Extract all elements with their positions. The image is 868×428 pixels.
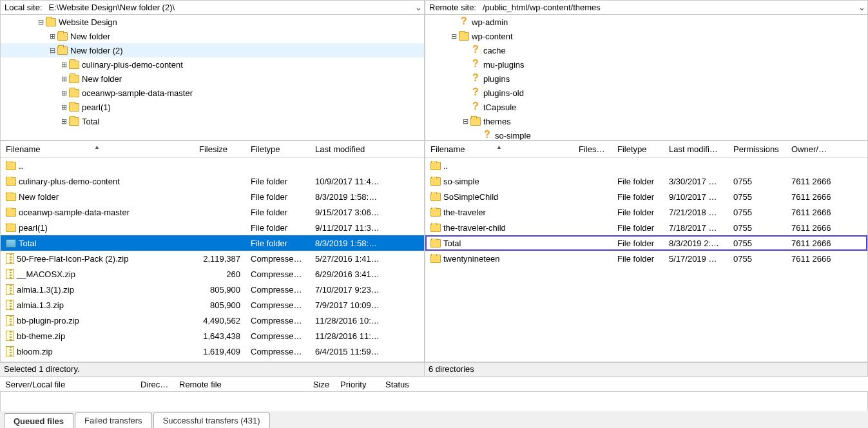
expander-icon[interactable]: ⊞ <box>59 75 69 83</box>
file-name: New folder <box>19 192 59 202</box>
remote-path-dropdown[interactable]: ⌄ <box>856 3 867 12</box>
tree-item[interactable]: ⊞New folder <box>1 72 424 86</box>
qcol-remotefile[interactable]: Remote file <box>174 380 303 389</box>
tree-item-label: themes <box>483 117 511 126</box>
list-item[interactable]: twentynineteenFile folder5/17/2019 …0755… <box>425 251 867 266</box>
file-name: Total <box>443 238 461 248</box>
tree-item[interactable]: ?tCapsule <box>425 100 867 114</box>
file-name: almia.1.3.zip <box>17 300 64 310</box>
local-path-input[interactable] <box>46 1 412 14</box>
qcol-direction[interactable]: Direc… <box>135 380 174 389</box>
expander-icon[interactable]: ⊞ <box>59 61 69 69</box>
list-item[interactable]: pearl(1)File folder9/11/2017 11:3… <box>1 220 424 235</box>
zip-icon <box>6 346 14 356</box>
list-item[interactable]: TotalFile folder8/3/2019 1:58:… <box>1 235 424 251</box>
col-owner[interactable]: Owner/G… <box>786 144 838 154</box>
file-permissions: 0755 <box>728 238 786 248</box>
list-item[interactable]: almia.1.3(1).zip805,900Compresse…7/10/20… <box>1 282 424 297</box>
list-item[interactable]: SoSimpleChildFile folder9/10/2017 …07557… <box>425 189 867 204</box>
file-name: Total <box>19 238 36 248</box>
local-path-dropdown[interactable]: ⌄ <box>412 3 424 12</box>
file-size: 1,619,409 <box>194 347 246 356</box>
col-filetype[interactable]: Filetype <box>246 144 310 154</box>
expander-icon[interactable]: ⊞ <box>59 117 69 126</box>
tree-item[interactable]: ?plugins-old <box>425 86 867 100</box>
tree-item[interactable]: ⊞New folder <box>1 29 424 43</box>
col-lastmod[interactable]: Last modified <box>310 144 400 154</box>
list-item[interactable]: TotalFile folder8/3/2019 2:…07557611 266… <box>425 235 867 251</box>
list-item[interactable]: 50-Free-Flat-Icon-Pack (2).zip2,119,387C… <box>1 251 424 266</box>
tree-item[interactable]: ⊟themes <box>425 114 867 128</box>
tree-item[interactable]: ⊞Total <box>1 114 424 128</box>
col-filename[interactable]: ▲Filename <box>425 144 574 154</box>
zip-icon <box>6 300 14 310</box>
tree-item[interactable]: ?mu-plugins <box>425 57 867 72</box>
expander-icon[interactable]: ⊟ <box>47 46 57 55</box>
qcol-status[interactable]: Status <box>380 380 432 389</box>
col-lastmod[interactable]: Last modifi… <box>664 144 728 154</box>
list-item[interactable]: .. <box>1 158 424 173</box>
file-modified: 10/9/2017 11:4… <box>310 177 400 186</box>
tree-item[interactable]: ⊟wp-content <box>425 29 867 43</box>
list-item[interactable]: bb-plugin-pro.zip4,490,562Compresse…11/2… <box>1 313 424 328</box>
col-filesize[interactable]: Filesize <box>194 144 246 154</box>
qcol-priority[interactable]: Priority <box>335 380 380 389</box>
tree-item[interactable]: ⊟New folder (2) <box>1 43 424 57</box>
expander-icon[interactable]: ⊟ <box>460 117 470 126</box>
expander-icon[interactable]: ⊞ <box>47 32 57 41</box>
local-list-body[interactable]: ..culinary-plus-demo-contentFile folder1… <box>1 158 424 362</box>
file-type: File folder <box>246 238 310 248</box>
tree-item-label: pearl(1) <box>82 102 111 112</box>
tree-item[interactable]: ?cache <box>425 43 867 57</box>
col-permissions[interactable]: Permissions <box>728 144 786 154</box>
col-filetype[interactable]: Filetype <box>612 144 664 154</box>
tree-item[interactable]: ⊟Website Design <box>1 15 424 29</box>
list-item[interactable]: bb-theme.zip1,643,438Compresse…11/28/201… <box>1 328 424 344</box>
col-filename[interactable]: ▲Filename <box>1 144 194 154</box>
file-name: .. <box>443 161 448 171</box>
file-name: oceanwp-sample-data-master <box>19 208 130 217</box>
expander-icon[interactable]: ⊟ <box>448 32 459 41</box>
list-item[interactable]: oceanwp-sample-data-masterFile folder9/1… <box>1 204 424 220</box>
list-item[interactable]: the-travelerFile folder7/21/2018 …075576… <box>425 204 867 220</box>
folder-icon <box>69 103 79 112</box>
remote-path-input[interactable] <box>480 1 856 14</box>
list-item[interactable]: the-traveler-childFile folder7/18/2017 …… <box>425 220 867 235</box>
remote-list-body[interactable]: ..so-simpleFile folder3/30/2017 …0755761… <box>425 158 867 362</box>
file-modified: 3/30/2017 … <box>664 177 728 186</box>
file-type: File folder <box>612 254 664 264</box>
folder-icon <box>6 224 16 232</box>
tree-item[interactable]: ⊞pearl(1) <box>1 100 424 114</box>
file-modified: 5/27/2016 1:41… <box>310 254 400 264</box>
tab-failed[interactable]: Failed transfers <box>75 413 152 428</box>
tree-item[interactable]: ?plugins <box>425 72 867 86</box>
file-name: pearl(1) <box>19 223 48 233</box>
tab-queued[interactable]: Queued files <box>4 413 73 428</box>
file-type: File folder <box>612 208 664 217</box>
tree-item[interactable]: ?so-simple <box>425 128 867 140</box>
list-item[interactable]: so-simpleFile folder3/30/2017 …07557611 … <box>425 173 867 189</box>
local-tree[interactable]: ⊟Website Design⊞New folder⊟New folder (2… <box>1 15 424 140</box>
list-item[interactable]: .. <box>425 158 867 173</box>
list-item[interactable]: __MACOSX.zip260Compresse…6/29/2016 3:41… <box>1 266 424 282</box>
remote-tree[interactable]: ?wp-admin⊟wp-content?cache?mu-plugins?pl… <box>425 15 867 140</box>
qcol-size[interactable]: Size <box>303 380 335 389</box>
file-owner: 7611 2666 <box>786 254 838 264</box>
tab-successful[interactable]: Successful transfers (431) <box>153 413 270 428</box>
qcol-serverfile[interactable]: Server/Local file <box>0 380 135 389</box>
expander-icon[interactable]: ⊞ <box>59 89 69 97</box>
tree-item[interactable]: ?wp-admin <box>425 15 867 29</box>
folder-icon <box>69 117 79 126</box>
file-type: Compresse… <box>246 316 310 326</box>
list-item[interactable]: almia.1.3.zip805,900Compresse…7/9/2017 1… <box>1 297 424 313</box>
file-type: Compresse… <box>246 331 310 341</box>
list-item[interactable]: New folderFile folder8/3/2019 1:58:… <box>1 189 424 204</box>
tree-item[interactable]: ⊞oceanwp-sample-data-master <box>1 86 424 100</box>
list-item[interactable]: bloom.zip1,619,409Compresse…6/4/2015 11:… <box>1 344 424 359</box>
expander-icon[interactable]: ⊟ <box>35 18 46 26</box>
col-filesize[interactable]: Filesize <box>574 144 612 154</box>
expander-icon[interactable]: ⊞ <box>59 103 69 112</box>
list-item[interactable]: culinary-plus-demo-contentFile folder10/… <box>1 173 424 189</box>
tree-item-label: plugins-old <box>483 88 524 98</box>
tree-item[interactable]: ⊞culinary-plus-demo-content <box>1 57 424 72</box>
